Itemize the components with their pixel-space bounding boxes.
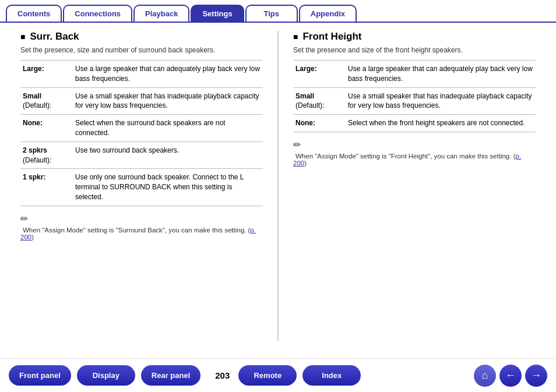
table-row: 2 spkrs (Default): Use two surround back… [20, 142, 263, 169]
note-icon: ✏ [20, 213, 263, 224]
surr-back-title: Surr. Back [20, 31, 263, 43]
forward-icon: → [531, 369, 541, 382]
footer: Front panel Display Rear panel 203 Remot… [0, 358, 556, 392]
table-row: None: Select when the surround back spea… [20, 115, 263, 142]
tab-connections[interactable]: Connections [63, 5, 132, 22]
fh-label-large: Large: [293, 61, 346, 88]
index-button[interactable]: Index [302, 365, 361, 386]
front-height-note: ✏ When "Assign Mode" setting is "Front H… [293, 139, 536, 167]
surr-back-description: Set the presence, size and number of sur… [20, 46, 263, 54]
tab-appendix[interactable]: Appendix [299, 5, 357, 22]
desc-large: Use a large speaker that can adequately … [73, 61, 263, 88]
table-row: Large: Use a large speaker that can adeq… [20, 61, 263, 88]
label-small: Small (Default): [20, 87, 73, 115]
forward-button[interactable]: → [525, 365, 547, 387]
fh-label-small: Small (Default): [293, 87, 346, 115]
tab-navigation: Contents Connections Playback Settings T… [0, 0, 556, 23]
tab-settings[interactable]: Settings [191, 5, 244, 22]
tab-contents[interactable]: Contents [6, 5, 62, 22]
main-content: Surr. Back Set the presence, size and nu… [0, 23, 556, 349]
fh-label-none: None: [293, 115, 346, 132]
front-height-note-text: When "Assign Mode" setting is "Front Hei… [295, 153, 511, 160]
surr-back-table: Large: Use a large speaker that can adeq… [20, 60, 263, 206]
desc-none: Select when the surround back speakers a… [73, 115, 263, 142]
table-row: Small (Default): Use a small speaker tha… [20, 87, 263, 115]
table-row: Large: Use a large speaker that can adeq… [293, 61, 536, 88]
display-button[interactable]: Display [77, 365, 135, 386]
label-none: None: [20, 115, 73, 142]
front-panel-button[interactable]: Front panel [9, 365, 71, 386]
table-row: 1 spkr: Use only one surround back speak… [20, 169, 263, 206]
surr-back-note-text: When "Assign Mode" setting is "Surround … [23, 227, 246, 234]
desc-2spkrs: Use two surround back speakers. [73, 142, 263, 169]
tab-tips[interactable]: Tips [245, 5, 298, 22]
label-1spkr: 1 spkr: [20, 169, 73, 206]
page-number: 203 [215, 370, 230, 380]
tab-playback[interactable]: Playback [133, 5, 189, 22]
remote-button[interactable]: Remote [238, 365, 297, 386]
desc-small: Use a small speaker that has inadequate … [73, 87, 263, 115]
home-icon: ⌂ [482, 369, 488, 382]
front-height-section: Front Height Set the presence and size o… [284, 31, 544, 341]
section-divider [277, 31, 279, 341]
label-2spkrs: 2 spkrs (Default): [20, 142, 73, 169]
surr-back-note: ✏ When "Assign Mode" setting is "Surroun… [20, 213, 263, 241]
table-row: Small (Default): Use a small speaker tha… [293, 87, 536, 115]
surr-back-section: Surr. Back Set the presence, size and nu… [12, 31, 272, 341]
fh-desc-none: Select when the front height speakers ar… [346, 115, 536, 132]
fh-desc-large: Use a large speaker that can adequately … [346, 61, 536, 88]
front-height-table: Large: Use a large speaker that can adeq… [293, 60, 536, 132]
back-button[interactable]: ← [499, 365, 522, 387]
back-icon: ← [505, 369, 516, 382]
fh-note-icon: ✏ [293, 139, 536, 150]
desc-1spkr: Use only one surround back speaker. Conn… [73, 169, 263, 206]
home-button[interactable]: ⌂ [474, 365, 496, 387]
rear-panel-button[interactable]: Rear panel [141, 365, 200, 386]
table-row: None: Select when the front height speak… [293, 115, 536, 132]
fh-desc-small: Use a small speaker that has inadequate … [346, 87, 536, 115]
front-height-description: Set the presence and size of the front h… [293, 46, 536, 54]
label-large: Large: [20, 61, 73, 88]
front-height-title: Front Height [293, 31, 536, 43]
